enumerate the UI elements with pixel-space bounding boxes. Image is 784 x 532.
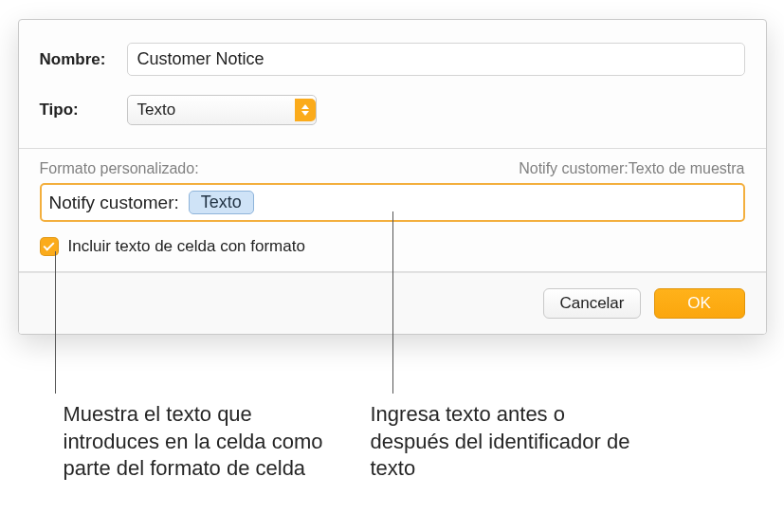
custom-format-label: Formato personalizado:: [40, 160, 199, 177]
format-header: Formato personalizado: Notify customer:T…: [19, 149, 766, 183]
cancel-button[interactable]: Cancelar: [543, 288, 640, 319]
name-row: Nombre:: [40, 33, 745, 85]
type-select-value: Texto: [137, 101, 176, 119]
name-label: Nombre:: [40, 50, 127, 69]
callout-line-left: [55, 251, 56, 394]
check-icon: [43, 240, 54, 251]
type-select[interactable]: Texto: [127, 95, 317, 125]
name-input[interactable]: [127, 43, 745, 76]
include-text-label: Incluir texto de celda con formato: [68, 237, 305, 256]
text-token[interactable]: Texto: [189, 191, 254, 214]
type-row: Tipo: Texto: [40, 85, 745, 135]
callout-line-right: [392, 211, 393, 394]
callout-text-left: Muestra el texto que introduces en la ce…: [64, 401, 329, 483]
select-stepper-icon: [295, 99, 316, 121]
ok-button[interactable]: OK: [654, 288, 745, 319]
callout-text-right: Ingresa texto antes o después del identi…: [371, 401, 636, 483]
type-label: Tipo:: [40, 101, 127, 119]
include-text-checkbox[interactable]: [40, 237, 59, 256]
format-preview: Notify customer:Texto de muestra: [519, 160, 744, 177]
format-prefix-text: Notify customer:: [49, 193, 179, 213]
header-section: Nombre: Tipo: Texto: [19, 20, 766, 148]
